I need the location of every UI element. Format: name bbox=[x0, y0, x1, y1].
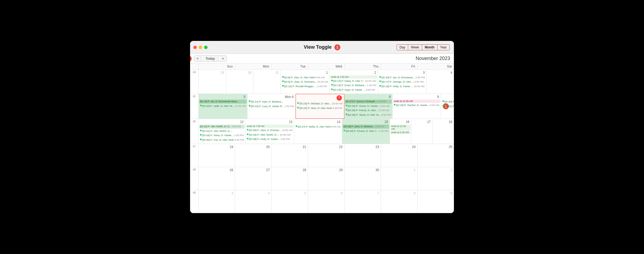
day-dec-3[interactable]: 3 bbox=[199, 190, 235, 213]
event-id36[interactable]: [ID:36] P: Zara, D: Emman...10:00 AM bbox=[246, 128, 293, 132]
date-dec-7: 7 bbox=[345, 191, 381, 196]
event-id25[interactable]: [ID:25] P: Oscar, D: Xavier...9:30 AM bbox=[345, 104, 392, 108]
event-id43[interactable]: [ID:43] P: Alex Yeohh, D:...10:00 AM bbox=[246, 133, 293, 137]
day-nov-4[interactable]: 4 bbox=[426, 70, 454, 94]
date-oct-29: 29 bbox=[199, 70, 226, 75]
day-nov-5[interactable]: 5 [ID:19] P: Ian, D: Emmanuel Alexa... [… bbox=[199, 94, 247, 119]
view-month-button[interactable]: Month bbox=[422, 45, 438, 50]
event-id29[interactable]: [ID:29] P: Steve, D: Alex Ye...4:00 PM bbox=[345, 113, 392, 117]
event-id9[interactable]: [ID:9] P: Jean, D: Emmanu...10:30 AM bbox=[281, 80, 329, 84]
event-id22[interactable]: [ID:22] P: Lucy, D: Xavier R...1:30 PM bbox=[248, 104, 295, 108]
next-button[interactable]: > bbox=[219, 56, 226, 61]
day-dec-7[interactable]: 7 bbox=[345, 190, 381, 213]
event-id41[interactable]: [ID:41] P: Alex Yeohh, D:... bbox=[199, 129, 245, 133]
event-id26[interactable]: [ID:26] P: Penny, D: Alex...11:00 AM bbox=[345, 108, 392, 112]
view-year-button[interactable]: Year bbox=[438, 45, 449, 50]
day-dec-2[interactable]: 2 bbox=[418, 167, 454, 190]
day-dec-5[interactable]: 5 bbox=[272, 190, 308, 213]
badge-2: 2 bbox=[190, 56, 192, 62]
event-id20[interactable]: [ID:20] P: Jade, D: Alex Ye...11:00 AM bbox=[199, 104, 247, 108]
window-title: View Toggle 1 bbox=[304, 44, 340, 50]
day-nov-2[interactable]: 2 ends at 1:30 AM [ID:13] P: Daisy, D: A… bbox=[330, 70, 378, 94]
day-nov-14[interactable]: 14 [ID:37] P: Bella, D: Alex Yeoh9:00 AM bbox=[294, 119, 342, 144]
event-id42-allday[interactable]: [ID:42] P: Alex Yeohh, D: Al... 9:00 PM bbox=[199, 125, 245, 129]
event-id16[interactable]: [ID:16] P: Faye, D: Xavier ...4:00 PM bbox=[330, 88, 377, 92]
event-id28[interactable]: [ID:28] P: Rachel, D: Xavier...9:30 AM bbox=[393, 103, 440, 107]
day-dec-8[interactable]: 8 bbox=[381, 190, 417, 213]
day-nov-16[interactable]: 16 ends at 12:30 AM ends at 2:30 AM bbox=[390, 119, 411, 144]
day-nov-13[interactable]: 13 ends at 7:30 AM [ID:36] P: Zara, D: E… bbox=[246, 119, 294, 144]
view-week-button[interactable]: Week bbox=[408, 45, 422, 50]
day-nov-23[interactable]: 23 bbox=[345, 144, 381, 167]
event-id37[interactable]: [ID:37] P: Bella, D: Alex Yeoh9:00 AM bbox=[295, 125, 341, 129]
event-id15[interactable]: [ID:15] P: Evan, D: Barbara...1:00 PM bbox=[330, 83, 377, 87]
event-id30[interactable]: [ID:30] P: Tina, D: Emman...10:00 AM bbox=[442, 100, 454, 104]
day-dec-9[interactable]: 9 bbox=[418, 190, 454, 213]
day-nov-26[interactable]: 26 bbox=[199, 167, 235, 190]
header-sat: Sat bbox=[418, 64, 454, 69]
view-day-button[interactable]: Day bbox=[397, 45, 408, 50]
day-nov-30[interactable]: 30 bbox=[345, 167, 381, 190]
date-nov-18: 18 bbox=[433, 119, 454, 124]
event-id35[interactable]: [ID:35] P: Yuri, D: Alex Yeoh3:30 PM bbox=[199, 138, 245, 142]
day-nov-15[interactable]: 15 [ID:39] P: Zara, D: Barbara... 2:00 P… bbox=[342, 119, 390, 144]
event-id31[interactable]: [ID:31] P: Ulysses, D: Xavie...2:30 PM bbox=[442, 104, 454, 108]
date-nov-14: 14 bbox=[294, 119, 342, 124]
day-oct-29[interactable]: 29 bbox=[199, 70, 226, 94]
event-id21[interactable]: [ID:21] P: Kyle, D: Barbara... bbox=[248, 100, 295, 104]
day-nov-17[interactable]: 17 bbox=[411, 119, 433, 144]
day-nov-10[interactable]: 10 [ID:30] P: Tina, D: Emman...10:00 AM … bbox=[441, 94, 454, 119]
event-id23[interactable]: [ID:23] P: Michael, D: Alex...10:00 AM bbox=[296, 101, 343, 105]
event-id39-allday[interactable]: [ID:39] P: Zara, D: Barbara... 2:00 PM bbox=[343, 125, 389, 129]
day-dec-1[interactable]: 1 bbox=[381, 167, 417, 190]
event-id10[interactable]: [ID:10] P: Ronald Reagan, ...2:00 PM bbox=[281, 84, 329, 88]
titlebar: View Toggle 1 Day Week Month Year bbox=[190, 41, 454, 54]
day-nov-24[interactable]: 24 bbox=[381, 144, 417, 167]
event-id38[interactable]: [ID:38] P: Andy, D: Xavier...1:00 PM bbox=[246, 137, 293, 141]
day-oct-30[interactable]: 30 bbox=[226, 70, 254, 94]
today-button[interactable]: Today bbox=[202, 56, 219, 61]
day-nov-18[interactable]: 18 bbox=[433, 119, 454, 144]
event-id19-fri[interactable]: [ID:19] P: Ian, D: Emmanue...2:00 PM bbox=[379, 75, 426, 79]
date-oct-31: 31 bbox=[253, 70, 281, 75]
event-id24[interactable]: [ID:24] P: Nina, D: Alex Yeoh3:00 PM bbox=[296, 106, 343, 110]
maximize-button[interactable] bbox=[204, 45, 208, 49]
date-dec-3: 3 bbox=[199, 191, 235, 196]
day-nov-20[interactable]: 20 bbox=[235, 144, 271, 167]
event-id8[interactable]: [ID:8] P: Alex, D: Alex Yeoh9:00 AM bbox=[281, 75, 329, 79]
event-id34[interactable]: [ID:34] P: Xena, D: Xavier...1:00 PM bbox=[199, 133, 245, 137]
event-id40[interactable]: [ID:40] P: Ernest, D: Alex Y...4:00 PM bbox=[343, 129, 389, 133]
date-dec-9: 9 bbox=[418, 191, 454, 196]
event-id17[interactable]: [ID:17] P: George, D: Alex ...9:00 AM bbox=[379, 80, 426, 84]
minimize-button[interactable] bbox=[199, 45, 202, 49]
day-nov-22[interactable]: 22 bbox=[308, 144, 344, 167]
day-nov-3[interactable]: 3 [ID:19] P: Ian, D: Emmanue...2:00 PM [… bbox=[378, 70, 426, 94]
event-id13[interactable]: [ID:13] P: Daisy, D: Alex Y...10:00 AM bbox=[330, 79, 377, 83]
day-nov-27[interactable]: 27 bbox=[235, 167, 271, 190]
day-dec-6[interactable]: 6 bbox=[308, 190, 344, 213]
header-tue: Tue bbox=[272, 64, 308, 69]
week-num-45: 45 bbox=[190, 94, 199, 119]
day-nov-25[interactable]: 25 bbox=[418, 144, 454, 167]
week-row-47: 47 19 20 21 22 23 24 25 bbox=[190, 144, 454, 167]
day-nov-1[interactable]: 1 [ID:8] P: Alex, D: Alex Yeoh9:00 AM [I… bbox=[281, 70, 330, 94]
day-nov-28[interactable]: 28 bbox=[272, 167, 308, 190]
close-button[interactable] bbox=[193, 45, 197, 49]
prev-button[interactable]: < bbox=[194, 56, 201, 61]
day-nov-12[interactable]: 12 [ID:42] P: Alex Yeohh, D: Al... 9:00 … bbox=[199, 119, 246, 144]
day-nov-9[interactable]: 9 ends at 12:30 AM [ID:28] P: Rachel, D:… bbox=[393, 94, 441, 119]
event-id18[interactable]: [ID:18] P: Holly, D: Xavier ...10:30 AM bbox=[379, 84, 426, 88]
badge-1: 1 bbox=[334, 44, 340, 50]
day-nov-7[interactable]: 7 [ID:23] P: Michael, D: Alex...10:00 AM… bbox=[296, 94, 344, 119]
date-nov-19: 19 bbox=[199, 144, 235, 149]
day-nov-19[interactable]: 19 bbox=[199, 144, 235, 167]
header-wed: Wed bbox=[308, 64, 344, 69]
day-nov-6[interactable]: Mon 6 [ID:21] P: Kyle, D: Barbara... [ID… bbox=[247, 94, 296, 119]
event-id19-allday[interactable]: [ID:19] P: Ian, D: Emmanuel Alexa... bbox=[199, 100, 247, 104]
day-dec-4[interactable]: 4 bbox=[235, 190, 271, 213]
day-nov-21[interactable]: 21 bbox=[272, 144, 308, 167]
day-nov-29[interactable]: 29 bbox=[308, 167, 344, 190]
event-id27-allday[interactable]: [ID:27] P: Quincy Christoph...2:00 PM bbox=[345, 100, 392, 104]
day-oct-31[interactable]: 31 bbox=[253, 70, 281, 94]
day-nov-8[interactable]: 8 [ID:27] P: Quincy Christoph...2:00 PM … bbox=[344, 94, 393, 119]
